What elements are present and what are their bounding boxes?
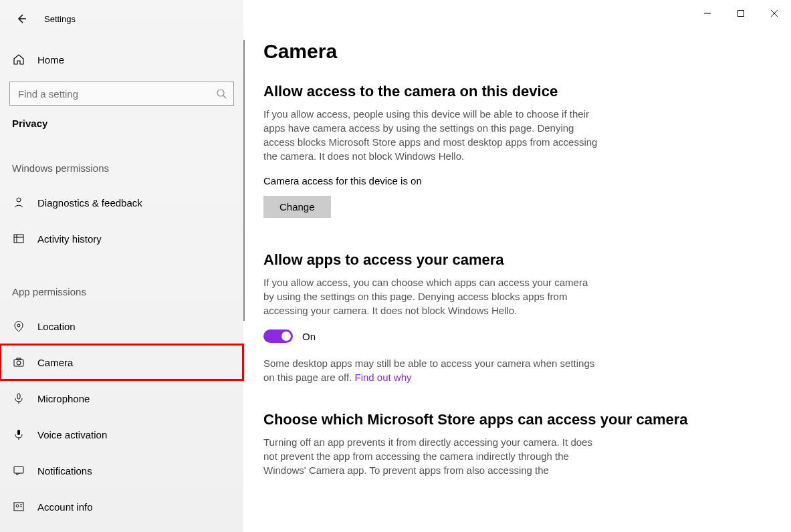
sidebar: Settings Home Privacy Windows permission… bbox=[0, 0, 243, 532]
history-icon bbox=[12, 232, 25, 245]
svg-rect-4 bbox=[14, 235, 23, 243]
notifications-icon bbox=[12, 464, 25, 477]
svg-line-2 bbox=[223, 96, 226, 98]
sidebar-item-label: Diagnostics & feedback bbox=[37, 197, 142, 209]
search-box[interactable] bbox=[9, 82, 234, 106]
svg-point-3 bbox=[17, 198, 21, 202]
nav-home-label: Home bbox=[37, 54, 64, 65]
sidebar-item-diagnostics[interactable]: Diagnostics & feedback bbox=[0, 184, 243, 221]
sidebar-item-label: Account info bbox=[37, 501, 93, 513]
close-button[interactable] bbox=[758, 0, 791, 27]
account-icon bbox=[12, 500, 25, 513]
category-privacy: Privacy bbox=[0, 118, 243, 129]
sidebar-item-camera[interactable]: Camera bbox=[0, 344, 243, 380]
svg-point-1 bbox=[217, 90, 224, 96]
minimize-icon bbox=[703, 9, 711, 17]
section1-heading: Allow access to the camera on this devic… bbox=[263, 83, 764, 100]
camera-icon bbox=[12, 356, 25, 369]
svg-rect-21 bbox=[738, 11, 744, 17]
svg-rect-11 bbox=[17, 394, 20, 399]
sidebar-item-account-info[interactable]: Account info bbox=[0, 489, 243, 525]
sidebar-item-label: Activity history bbox=[37, 233, 102, 245]
window-controls bbox=[691, 0, 791, 27]
search-input[interactable] bbox=[17, 88, 216, 100]
page-title: Camera bbox=[263, 40, 764, 63]
group-header-windows-permissions: Windows permissions bbox=[0, 162, 243, 174]
change-button[interactable]: Change bbox=[263, 196, 331, 218]
svg-point-17 bbox=[16, 505, 19, 507]
section3-heading: Choose which Microsoft Store apps can ac… bbox=[263, 411, 764, 428]
search-icon bbox=[216, 88, 227, 99]
section2-heading: Allow apps to access your camera bbox=[263, 251, 764, 269]
svg-rect-15 bbox=[14, 467, 23, 473]
section3-desc: Turning off an app prevents it from dire… bbox=[263, 435, 598, 477]
apps-access-toggle[interactable] bbox=[263, 329, 293, 343]
nav-home[interactable]: Home bbox=[0, 45, 243, 74]
feedback-icon bbox=[12, 196, 25, 209]
close-icon bbox=[770, 9, 778, 17]
minimize-button[interactable] bbox=[691, 0, 724, 27]
group-header-app-permissions: App permissions bbox=[0, 286, 243, 297]
sidebar-item-label: Camera bbox=[37, 357, 73, 368]
section1-desc: If you allow access, people using this d… bbox=[263, 107, 598, 163]
section2-note: Some desktop apps may still be able to a… bbox=[263, 356, 598, 384]
voice-icon bbox=[12, 428, 25, 441]
toggle-knob bbox=[281, 331, 291, 341]
sidebar-item-label: Microphone bbox=[37, 393, 90, 404]
home-icon bbox=[12, 53, 25, 66]
find-out-why-link[interactable]: Find out why bbox=[355, 372, 412, 383]
toggle-state-label: On bbox=[302, 331, 316, 342]
sidebar-item-location[interactable]: Location bbox=[0, 308, 243, 344]
svg-rect-10 bbox=[17, 358, 21, 360]
svg-rect-13 bbox=[17, 430, 20, 435]
sidebar-item-microphone[interactable]: Microphone bbox=[0, 380, 243, 416]
section2-desc: If you allow access, you can choose whic… bbox=[263, 275, 598, 317]
scroll-indicator bbox=[243, 40, 245, 321]
location-icon bbox=[12, 319, 25, 333]
microphone-icon bbox=[12, 392, 25, 405]
sidebar-item-label: Notifications bbox=[37, 465, 92, 477]
arrow-left-icon bbox=[16, 13, 27, 24]
sidebar-item-label: Location bbox=[37, 321, 76, 332]
svg-point-9 bbox=[17, 361, 21, 365]
sidebar-item-voice-activation[interactable]: Voice activation bbox=[0, 416, 243, 452]
app-title: Settings bbox=[44, 14, 76, 24]
sidebar-item-activity-history[interactable]: Activity history bbox=[0, 221, 243, 257]
note-text: Some desktop apps may still be able to a… bbox=[263, 358, 594, 383]
sidebar-item-notifications[interactable]: Notifications bbox=[0, 452, 243, 489]
maximize-button[interactable] bbox=[724, 0, 758, 27]
svg-point-7 bbox=[17, 324, 20, 327]
main-content: Camera Allow access to the camera on thi… bbox=[243, 0, 791, 532]
sidebar-item-label: Voice activation bbox=[37, 429, 107, 440]
device-access-status: Camera access for this device is on bbox=[263, 175, 764, 186]
maximize-icon bbox=[737, 9, 745, 17]
back-button[interactable] bbox=[15, 12, 28, 25]
